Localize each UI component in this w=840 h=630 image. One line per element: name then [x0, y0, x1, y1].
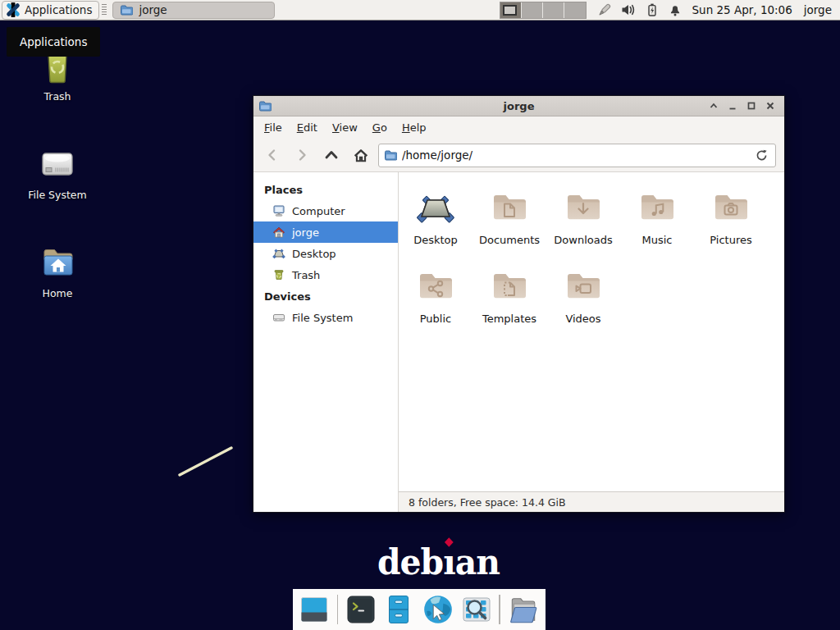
desktop-icon-label: Trash	[43, 90, 71, 103]
xfce-logo-icon	[6, 2, 21, 17]
show-desktop-icon	[299, 594, 330, 625]
file-cabinet-icon	[383, 594, 414, 625]
up-button[interactable]	[319, 143, 344, 167]
location-bar[interactable]	[378, 144, 776, 167]
file-item-label: Videos	[565, 313, 600, 325]
desktop-icon-label: File System	[28, 189, 87, 201]
volume-icon[interactable]	[620, 2, 637, 17]
location-input[interactable]	[402, 148, 747, 162]
sidebar-header-places: Places	[253, 179, 398, 200]
folder-icon	[384, 148, 397, 162]
app-finder-launcher[interactable]	[461, 593, 493, 626]
window-body: Places Computer jorge	[253, 172, 784, 512]
sidebar-item-jorge[interactable]: jorge	[253, 221, 398, 243]
show-desktop-button[interactable]	[299, 593, 331, 626]
folder-launcher[interactable]	[507, 593, 540, 626]
notifications-icon[interactable]	[668, 2, 682, 17]
desktop-icon	[416, 187, 455, 226]
harddisk-icon	[272, 311, 285, 324]
file-item-documents[interactable]: Documents	[472, 187, 546, 266]
sidebar-item-file-system[interactable]: File System	[253, 307, 398, 328]
debian-logo: debıan	[377, 541, 500, 582]
menu-help[interactable]: Help	[395, 117, 434, 138]
forward-button[interactable]	[290, 143, 314, 167]
file-grid: Desktop Documents	[399, 172, 776, 491]
folder-icon	[120, 3, 133, 16]
file-item-music[interactable]: Music	[620, 187, 694, 266]
web-browser-icon	[422, 593, 454, 626]
folder-public-icon	[416, 266, 455, 305]
file-item-pictures[interactable]: Pictures	[694, 187, 768, 266]
trash-icon	[272, 268, 285, 281]
menu-go[interactable]: Go	[365, 117, 395, 138]
desktop-icon-file-system[interactable]: File System	[12, 144, 103, 201]
file-item-videos[interactable]: Videos	[546, 266, 620, 345]
file-item-label: Public	[420, 313, 451, 325]
dock-separator	[337, 595, 339, 624]
workspace-2[interactable]	[522, 2, 543, 18]
applications-tooltip: Applications	[7, 27, 100, 57]
toolbar	[253, 139, 784, 172]
dock-separator	[499, 595, 500, 624]
taskbar-window-button[interactable]: jorge	[112, 2, 275, 19]
folder-templates-icon	[490, 266, 529, 305]
workspace-1[interactable]	[500, 2, 522, 18]
terminal-icon	[345, 594, 377, 625]
file-cabinet-launcher[interactable]	[383, 593, 415, 626]
applications-menu-button[interactable]: Applications	[2, 1, 99, 20]
folder-pictures-icon	[711, 187, 751, 226]
sidebar-item-label: Computer	[292, 205, 345, 217]
user-home-icon	[272, 226, 285, 239]
system-tray	[596, 2, 682, 18]
window-titlebar[interactable]: jorge	[253, 96, 784, 116]
username-label: jorge	[804, 3, 832, 16]
sidebar-item-desktop[interactable]: Desktop	[253, 243, 398, 264]
file-item-label: Templates	[482, 313, 536, 325]
menu-file[interactable]: File	[257, 117, 290, 138]
maximize-button[interactable]	[746, 100, 757, 112]
file-item-label: Documents	[479, 234, 540, 246]
battery-icon[interactable]	[645, 2, 660, 17]
sidebar-item-label: File System	[292, 312, 353, 324]
app-finder-icon	[461, 594, 492, 625]
menu-edit[interactable]: Edit	[290, 117, 325, 138]
desktop-icon-home[interactable]: Home	[12, 242, 103, 299]
sidebar-item-computer[interactable]: Computer	[253, 200, 398, 221]
close-button[interactable]	[765, 100, 776, 112]
terminal-launcher[interactable]	[345, 593, 377, 626]
reload-button[interactable]	[752, 146, 770, 164]
workspace-4[interactable]	[564, 2, 586, 18]
menubar: File Edit View Go Help	[253, 116, 784, 139]
top-panel: Applications jorge Su	[0, 0, 840, 21]
file-item-label: Desktop	[413, 234, 458, 246]
computer-icon	[272, 204, 285, 217]
folder-documents-icon	[490, 187, 529, 226]
desktop-stray-line	[172, 441, 241, 481]
home-button[interactable]	[349, 143, 373, 167]
file-item-label: Pictures	[710, 234, 751, 246]
workspace-3[interactable]	[543, 2, 564, 18]
file-item-public[interactable]: Public	[399, 266, 472, 345]
file-item-downloads[interactable]: Downloads	[546, 187, 620, 266]
applications-menu-label: Applications	[25, 3, 92, 16]
window-title: jorge	[253, 100, 784, 112]
file-item-templates[interactable]: Templates	[472, 266, 546, 345]
file-item-desktop[interactable]: Desktop	[399, 187, 472, 266]
sidebar-item-trash[interactable]: Trash	[253, 264, 398, 285]
clock[interactable]: Sun 25 Apr, 10:06	[692, 3, 792, 16]
sidebar: Places Computer jorge	[253, 172, 399, 512]
main-column: Desktop Documents	[399, 172, 784, 512]
web-browser-launcher[interactable]	[422, 593, 454, 626]
stylus-icon[interactable]	[596, 2, 612, 18]
file-item-label: Music	[642, 234, 673, 246]
workspace-switcher	[500, 2, 587, 19]
shade-button[interactable]	[708, 100, 719, 112]
menu-view[interactable]: View	[325, 117, 365, 138]
back-button[interactable]	[260, 143, 285, 167]
debian-logo-text: deb	[377, 541, 443, 582]
sidebar-item-label: Trash	[292, 269, 320, 281]
debian-logo-text-end: an	[455, 541, 500, 582]
sidebar-header-devices: Devices	[253, 285, 398, 307]
minimize-button[interactable]	[727, 100, 738, 112]
panel-grip-handle[interactable]	[102, 4, 107, 16]
